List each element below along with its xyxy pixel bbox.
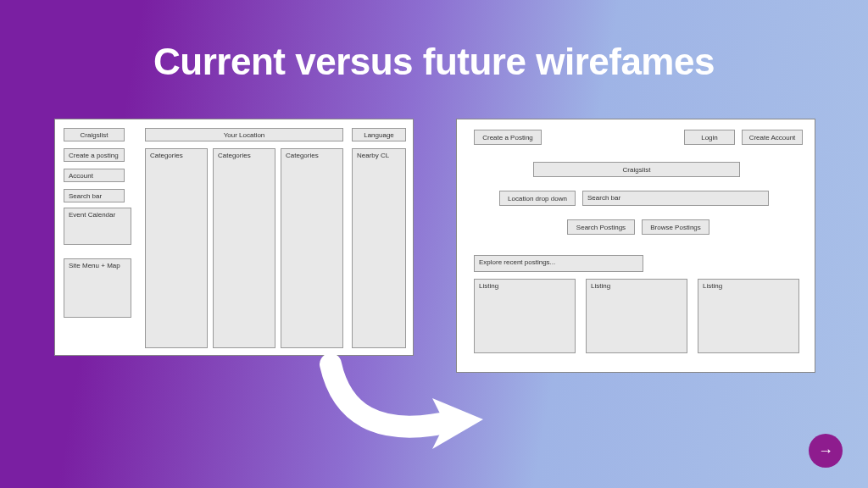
box-listing-1: Listing — [474, 279, 576, 353]
box-search-bar: Search bar — [64, 189, 125, 202]
box-create-posting: Create a Posting — [474, 130, 542, 145]
box-search-bar: Search bar — [582, 191, 769, 206]
box-listing-3: Listing — [698, 279, 799, 353]
box-account: Account — [64, 169, 125, 182]
box-login: Login — [684, 130, 735, 145]
box-categories-2: Categories — [213, 148, 275, 348]
box-location-dropdown: Location drop down — [499, 191, 576, 206]
box-categories-1: Categories — [145, 148, 208, 348]
box-listing-2: Listing — [586, 279, 687, 353]
box-create-posting: Create a posting — [64, 148, 125, 162]
slide-title: Current versus future wirefames — [0, 41, 868, 83]
box-site-menu-map: Site Menu + Map — [64, 258, 131, 318]
svg-marker-0 — [432, 398, 483, 449]
box-nearby-cl: Nearby CL — [352, 148, 406, 348]
arrow-right-icon: → — [818, 442, 833, 460]
box-explore: Explore recent postings... — [474, 255, 643, 272]
box-categories-3: Categories — [281, 148, 343, 348]
box-event-calendar: Event Calendar — [64, 208, 131, 245]
box-browse-postings: Browse Postings — [642, 219, 709, 235]
next-button[interactable]: → — [809, 434, 843, 468]
box-language: Language — [352, 128, 406, 141]
box-craigslist: Craigslist — [533, 162, 740, 177]
slide: Current versus future wirefames Craigsli… — [0, 0, 868, 488]
box-your-location: Your Location — [145, 128, 343, 141]
wireframe-current: Craigslist Your Location Language Create… — [54, 119, 414, 356]
box-create-account: Create Account — [742, 130, 803, 145]
box-search-postings: Search Postings — [567, 219, 635, 235]
wireframe-future: Create a Posting Login Create Account Cr… — [456, 119, 815, 373]
box-craigslist: Craigslist — [64, 128, 125, 141]
